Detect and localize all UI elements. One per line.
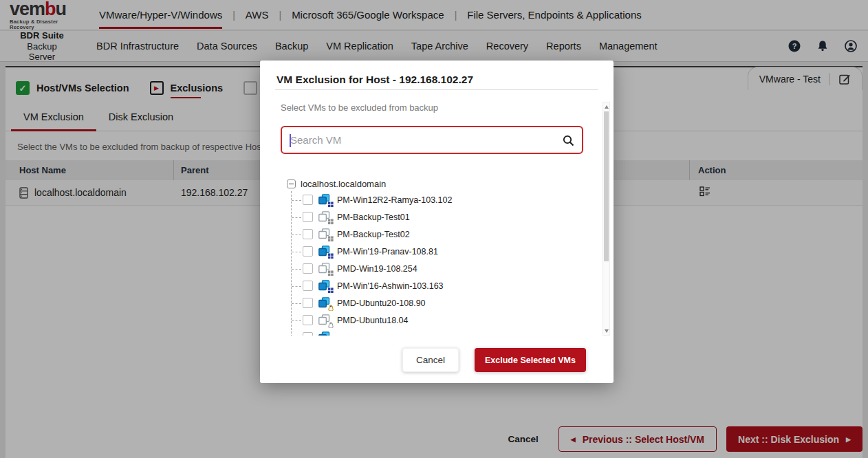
vm-name: PM-Backup-Test02	[337, 230, 410, 239]
vm-name: PM-Backup-Test01	[337, 212, 410, 222]
scrollbar-thumb[interactable]	[604, 111, 609, 261]
vm-name: PMD-Ubuntu20-108.90	[337, 298, 426, 308]
os-badge-icon	[328, 236, 334, 242]
vm-icon	[318, 297, 332, 309]
tree-scrollbar[interactable]	[603, 102, 610, 336]
tree-connector-line	[292, 269, 301, 270]
vm-name: PM-Win'16-Ashwin-103.163	[337, 281, 444, 291]
vm-checkbox[interactable]	[303, 315, 313, 325]
os-badge-icon	[328, 305, 334, 311]
vm-exclusion-modal: VM Exclusion for Host - 192.168.102.27 S…	[260, 61, 614, 383]
vm-tree-row-partial	[281, 329, 583, 336]
scrollbar-up-arrow[interactable]	[603, 102, 609, 111]
vm-tree-row: PM-Win'16-Ashwin-103.163	[281, 277, 583, 294]
vm-icon	[318, 280, 332, 292]
vm-name: PMD-Win19-108.254	[337, 264, 417, 274]
vm-tree-row: PM-Backup-Test01	[281, 208, 583, 226]
tree-connector-line	[292, 320, 301, 321]
vm-tree-row: PM-Win12R2-Ramya-103.102	[281, 191, 583, 208]
os-badge-icon	[328, 287, 334, 294]
vm-tree: localhost.localdomain PM-Win12R2-Ramya-1…	[281, 176, 583, 336]
vm-checkbox[interactable]	[303, 229, 313, 239]
os-badge-icon	[328, 219, 334, 225]
vm-checkbox[interactable]	[303, 298, 313, 308]
vm-name: PM-Win'19-Pranav-108.81	[337, 247, 438, 257]
vm-icon	[318, 228, 332, 241]
vm-icon	[318, 263, 332, 275]
vm-icon	[318, 331, 332, 336]
vm-icon	[318, 194, 332, 206]
vm-tree-row: PMD-Ubuntu18.04	[281, 312, 583, 329]
tree-connector-line	[292, 217, 301, 218]
vm-name: PM-Win12R2-Ramya-103.102	[337, 195, 452, 205]
os-badge-icon	[328, 322, 334, 328]
divider	[275, 89, 598, 90]
modal-cancel-button[interactable]: Cancel	[402, 348, 459, 372]
vm-checkbox[interactable]	[303, 195, 313, 205]
os-badge-icon	[328, 253, 334, 259]
vm-checkbox[interactable]	[303, 281, 313, 291]
search-icon[interactable]	[563, 135, 574, 146]
vm-tree-row: PM-Backup-Test02	[281, 226, 583, 243]
vm-icon	[318, 211, 332, 223]
tree-connector-line	[292, 252, 301, 252]
vm-checkbox[interactable]	[303, 212, 313, 222]
tree-root-label: localhost.localdomain	[301, 179, 386, 189]
tree-connector-line	[292, 200, 301, 201]
vm-tree-row: PMD-Win19-108.254	[281, 260, 583, 277]
vm-name: PMD-Ubuntu18.04	[337, 316, 409, 325]
vm-search-box	[281, 126, 583, 154]
modal-title: VM Exclusion for Host - 192.168.102.27	[276, 74, 473, 86]
vm-checkbox[interactable]	[303, 263, 313, 274]
screen: vembu Backup & Disaster Recovery VMware/…	[0, 0, 868, 458]
exclude-selected-vms-button[interactable]: Exclude Selected VMs	[475, 348, 586, 372]
vm-icon	[318, 314, 332, 327]
tree-connector-line	[292, 235, 301, 235]
os-badge-icon	[328, 270, 334, 276]
modal-footer: Cancel Exclude Selected VMs	[402, 348, 586, 372]
scrollbar-down-arrow[interactable]	[603, 327, 609, 335]
vm-checkbox[interactable]	[303, 246, 313, 257]
vm-tree-row: PM-Win'19-Pranav-108.81	[281, 243, 583, 260]
modal-subtitle: Select VMs to be excluded from backup	[281, 102, 438, 113]
text-caret	[290, 134, 291, 147]
tree-connector-line	[292, 286, 301, 287]
tree-connector-line	[292, 303, 301, 304]
os-badge-icon	[328, 201, 334, 208]
collapse-icon[interactable]	[287, 179, 296, 188]
vm-search-input[interactable]	[282, 127, 582, 153]
vm-checkbox[interactable]	[303, 332, 313, 336]
vm-tree-row: PMD-Ubuntu20-108.90	[281, 294, 583, 312]
vm-icon	[318, 246, 332, 258]
tree-root-host: localhost.localdomain	[281, 176, 583, 191]
